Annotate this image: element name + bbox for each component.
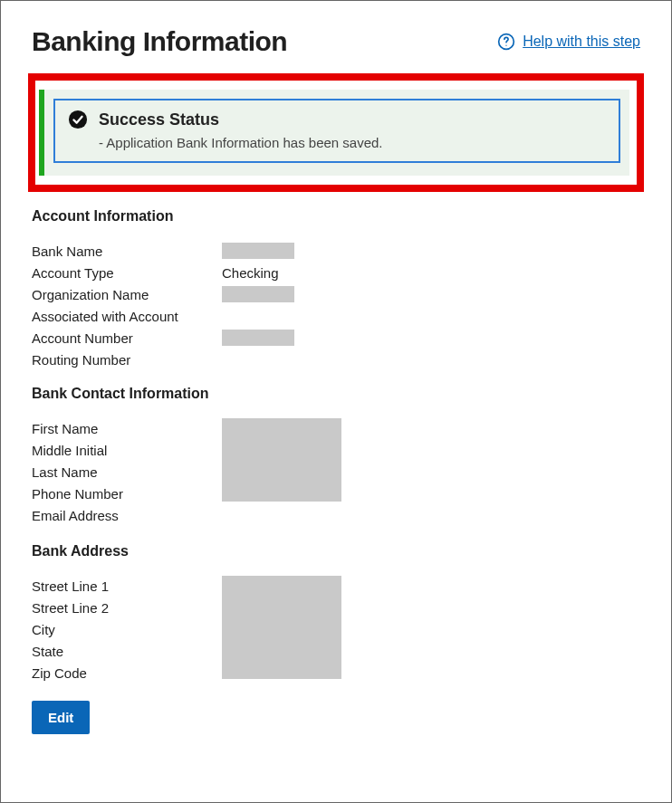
status-message: Application Bank Information has been sa… [99,135,606,150]
label-org-name: Organization Name [32,287,222,302]
field-account-type: Account Type Checking [32,263,640,282]
label-routing-number: Routing Number [32,352,222,368]
label-first-name: First Name [32,421,222,436]
label-email: Email Address [32,508,222,523]
label-last-name: Last Name [32,464,222,480]
redacted-value [222,286,294,302]
status-title: Success Status [99,110,219,129]
check-circle-icon [68,110,88,129]
label-account-number: Account Number [32,330,222,346]
label-street1: Street Line 1 [32,578,222,594]
label-street2: Street Line 2 [32,600,222,616]
section-heading-address: Bank Address [32,543,640,559]
redacted-value [222,330,294,346]
help-link[interactable]: Help with this step [497,33,640,51]
account-info-block: Bank Name Account Type Checking Organiza… [32,241,640,369]
redacted-value [222,243,294,259]
field-email: Email Address [32,505,640,525]
label-bank-name: Bank Name [32,244,222,259]
redacted-block [222,576,341,679]
label-assoc-account: Associated with Account [32,309,222,324]
status-highlight-callout: Success Status Application Bank Informat… [28,73,644,192]
redacted-block [222,418,341,502]
bank-address-block: Street Line 1 Street Line 2 City State Z… [32,576,640,684]
bank-contact-block: First Name Middle Initial Last Name Phon… [32,418,640,527]
page-header: Banking Information Help with this step [32,26,640,57]
edit-button[interactable]: Edit [32,701,90,734]
help-link-label: Help with this step [523,33,640,50]
value-account-type: Checking [222,265,279,281]
svg-point-2 [69,110,87,129]
status-banner-inner: Success Status Application Bank Informat… [53,99,620,163]
field-account-number: Account Number [32,328,640,348]
label-city: City [32,622,222,637]
field-org-name: Organization Name [32,284,640,304]
status-banner: Success Status Application Bank Informat… [39,90,629,176]
label-state: State [32,644,222,659]
page-container: Banking Information Help with this step [0,0,672,803]
label-phone: Phone Number [32,486,222,502]
section-heading-contact: Bank Contact Information [32,386,640,402]
svg-point-1 [505,45,506,46]
field-routing-number: Routing Number [32,349,640,369]
question-circle-icon [497,33,515,51]
field-assoc-account: Associated with Account [32,306,640,326]
label-zip: Zip Code [32,665,222,681]
status-header: Success Status [68,110,606,129]
page-title: Banking Information [32,26,287,57]
section-heading-account: Account Information [32,208,640,225]
label-middle-initial: Middle Initial [32,443,222,458]
field-bank-name: Bank Name [32,241,640,261]
label-account-type: Account Type [32,265,222,281]
